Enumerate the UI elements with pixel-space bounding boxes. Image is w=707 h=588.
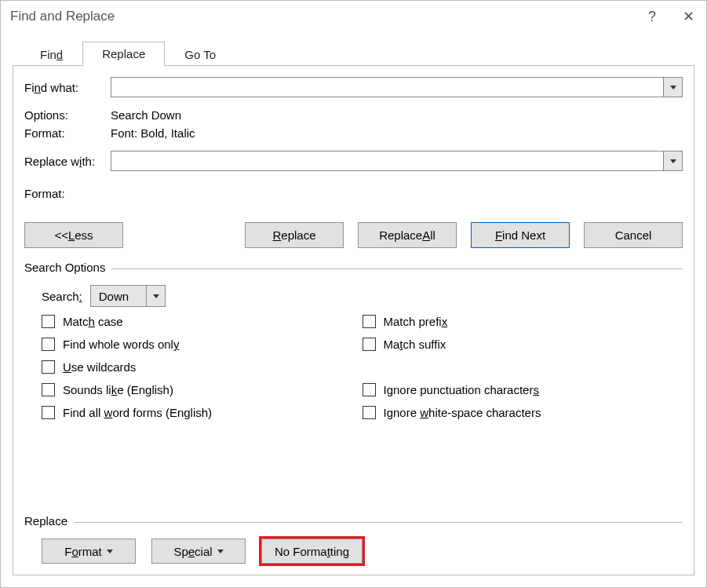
titlebar: Find and Replace ? ✕	[1, 1, 706, 32]
dropdown-arrow-icon	[217, 550, 224, 553]
help-icon: ?	[648, 9, 656, 25]
replace-with-input[interactable]	[111, 152, 663, 170]
match-prefix-checkbox[interactable]: Match prefix	[363, 315, 683, 328]
checkbox-icon	[42, 406, 55, 419]
search-direction-dropdown-button[interactable]	[146, 286, 165, 306]
checkbox-col-left: Match case Find whole words only Use wil…	[42, 315, 363, 419]
search-direction-select[interactable]: Down	[90, 285, 166, 307]
search-options-fieldset: Search Options Search: Down Match case F…	[24, 261, 683, 419]
ignore-punctuation-checkbox[interactable]: Ignore punctuation characters	[363, 383, 683, 396]
less-button[interactable]: << Less	[24, 222, 123, 248]
checkbox-icon	[42, 383, 55, 396]
checkbox-icon	[42, 315, 55, 328]
chevron-down-icon	[153, 294, 159, 298]
search-options-title: Search Options	[24, 261, 111, 274]
replace-format-label: Format:	[24, 187, 111, 200]
match-case-checkbox[interactable]: Match case	[42, 315, 363, 328]
replace-all-button[interactable]: Replace All	[358, 222, 457, 248]
checkbox-icon	[363, 338, 376, 351]
replace-fieldset: Replace Format Special No Formatting	[24, 514, 683, 564]
tab-goto[interactable]: Go To	[165, 42, 235, 66]
checkbox-icon	[363, 383, 376, 396]
tab-replace[interactable]: Replace	[82, 42, 165, 66]
search-direction-value: Down	[91, 290, 146, 303]
replace-section-title: Replace	[24, 514, 74, 528]
find-what-input[interactable]	[111, 78, 663, 97]
dialog-title: Find and Replace	[10, 9, 115, 24]
ignore-whitespace-checkbox[interactable]: Ignore white-space characters	[363, 406, 683, 419]
tab-bar: Find Replace Go To	[20, 38, 694, 65]
whole-words-checkbox[interactable]: Find whole words only	[42, 338, 363, 351]
tab-find[interactable]: Find	[20, 42, 82, 66]
special-button[interactable]: Special	[151, 539, 246, 564]
find-what-input-wrap	[111, 77, 683, 97]
checkbox-col-right: Match prefix Match suffix Ignore punctua…	[363, 315, 683, 419]
find-replace-dialog: Find and Replace ? ✕ Find Replace Go To …	[0, 0, 707, 588]
format-button[interactable]: Format	[42, 539, 136, 564]
main-button-row: << Less Replace Replace All Find Next Ca…	[24, 222, 683, 248]
help-button[interactable]: ?	[634, 1, 670, 32]
find-next-button[interactable]: Find Next	[471, 222, 570, 248]
options-value: Search Down	[111, 108, 181, 122]
word-forms-checkbox[interactable]: Find all word forms (English)	[42, 406, 363, 419]
chevron-down-icon	[670, 159, 676, 163]
checkbox-icon	[363, 315, 376, 328]
find-what-dropdown-button[interactable]	[663, 78, 682, 97]
panel: Find what: Options: Search Down Format: …	[13, 65, 694, 575]
checkbox-icon	[363, 406, 376, 419]
close-icon: ✕	[683, 8, 694, 25]
chevron-down-icon	[670, 86, 676, 89]
cancel-button[interactable]: Cancel	[584, 222, 683, 248]
close-button[interactable]: ✕	[670, 1, 706, 32]
no-formatting-button[interactable]: No Formatting	[261, 539, 363, 564]
search-direction-label: Search:	[42, 290, 82, 303]
replace-with-input-wrap	[111, 151, 683, 171]
checkbox-icon	[42, 360, 55, 374]
wildcards-checkbox[interactable]: Use wildcards	[42, 360, 363, 374]
dialog-content: Find Replace Go To Find what: Options: S…	[1, 32, 706, 587]
dropdown-arrow-icon	[107, 550, 113, 553]
find-format-value: Font: Bold, Italic	[111, 126, 195, 140]
match-suffix-checkbox[interactable]: Match suffix	[363, 338, 683, 351]
replace-with-label: Replace with:	[24, 155, 111, 168]
replace-with-dropdown-button[interactable]	[663, 152, 682, 170]
options-label: Options:	[24, 108, 111, 122]
checkbox-icon	[42, 338, 55, 351]
checkbox-grid: Match case Find whole words only Use wil…	[42, 315, 683, 419]
find-what-label: Find what:	[24, 81, 111, 94]
find-format-label: Format:	[24, 126, 111, 140]
replace-button[interactable]: Replace	[245, 222, 344, 248]
sounds-like-checkbox[interactable]: Sounds like (English)	[42, 383, 363, 396]
